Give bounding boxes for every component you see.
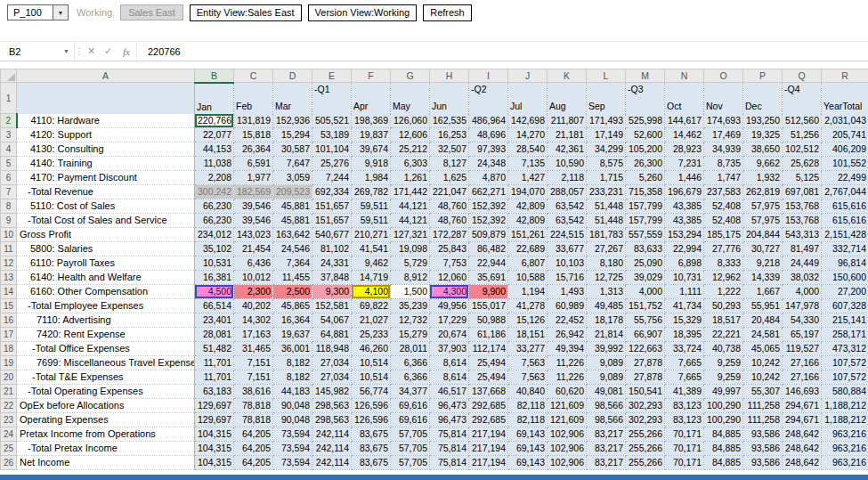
cell-N20[interactable]: 7,665 — [665, 370, 704, 384]
cell-P19[interactable]: 10,242 — [743, 355, 783, 370]
cell-O8[interactable]: 52,408 — [704, 199, 743, 213]
cell-N10[interactable]: 153,294 — [665, 227, 704, 241]
insert-function-icon[interactable]: fx — [117, 46, 136, 57]
cell-C19[interactable]: 7,151 — [234, 355, 273, 370]
cell-Q11[interactable]: 81,497 — [783, 241, 822, 256]
cell-N6[interactable]: 1,446 — [665, 170, 704, 184]
cell-B14[interactable]: 4,500 — [195, 284, 234, 298]
cell-B18[interactable]: 51,482 — [195, 341, 234, 355]
cell-R25[interactable]: 963,216 — [822, 441, 868, 455]
cell-I20[interactable]: 25,494 — [469, 370, 508, 384]
cell-E5[interactable]: 25,276 — [312, 156, 352, 170]
cell-F7[interactable]: 269,782 — [352, 184, 391, 199]
cell-Q24[interactable]: 248,642 — [783, 427, 822, 441]
cell-A25[interactable]: -Total Pretax Income — [17, 441, 195, 455]
cell-C4[interactable]: 26,364 — [234, 142, 273, 156]
cell-K1[interactable]: Aug — [548, 83, 587, 114]
cell-D18[interactable]: 36,001 — [273, 341, 312, 355]
cell-P23[interactable]: 111,258 — [743, 412, 783, 427]
row-header-23[interactable]: 23 — [1, 412, 17, 427]
cell-D8[interactable]: 45,881 — [273, 199, 312, 213]
cell-F6[interactable]: 1,984 — [352, 170, 391, 184]
cell-E7[interactable]: 692,334 — [312, 184, 352, 199]
cell-Q9[interactable]: 153,768 — [783, 213, 822, 227]
cell-Q23[interactable]: 294,671 — [783, 412, 822, 427]
cell-I7[interactable]: 662,271 — [469, 184, 508, 199]
cell-B23[interactable]: 129,697 — [195, 412, 234, 427]
cell-E20[interactable]: 27,034 — [312, 370, 352, 384]
cell-G26[interactable]: 57,705 — [391, 455, 430, 469]
cell-H10[interactable]: 172,287 — [430, 227, 469, 241]
cell-G21[interactable]: 34,377 — [391, 384, 430, 398]
cell-K20[interactable]: 11,226 — [548, 370, 587, 384]
cell-D6[interactable]: 3,059 — [273, 170, 312, 184]
cell-R24[interactable]: 963,216 — [822, 427, 868, 441]
cell-C22[interactable]: 78,818 — [234, 398, 273, 412]
cell-M3[interactable]: 52,600 — [626, 127, 665, 142]
cell-D12[interactable]: 7,364 — [273, 256, 312, 270]
cell-O5[interactable]: 8,735 — [704, 156, 743, 170]
cell-N12[interactable]: 6,898 — [665, 256, 704, 270]
cell-L17[interactable]: 21,814 — [587, 327, 626, 341]
cell-H7[interactable]: 221,047 — [430, 184, 469, 199]
cell-M2[interactable]: 525,998 — [626, 114, 665, 128]
cell-P15[interactable]: 55,951 — [743, 298, 783, 313]
cell-D23[interactable]: 90,048 — [273, 412, 312, 427]
column-header-C[interactable]: C — [234, 69, 273, 83]
cell-O10[interactable]: 185,175 — [704, 227, 743, 241]
cell-C16[interactable]: 14,302 — [234, 313, 273, 327]
row-header-8[interactable]: 8 — [1, 199, 17, 213]
cell-O6[interactable]: 1,747 — [704, 170, 743, 184]
cell-I21[interactable]: 137,668 — [469, 384, 508, 398]
cell-E26[interactable]: 242,114 — [312, 455, 352, 469]
cell-G5[interactable]: 6,303 — [391, 156, 430, 170]
cell-D16[interactable]: 16,364 — [273, 313, 312, 327]
cell-Q2[interactable]: 512,560 — [783, 114, 822, 128]
cell-L25[interactable]: 83,217 — [587, 441, 626, 455]
cell-J21[interactable]: 40,840 — [508, 384, 548, 398]
cell-J16[interactable]: 15,126 — [508, 313, 548, 327]
cell-L15[interactable]: 49,485 — [587, 298, 626, 313]
cell-N1[interactable]: Oct — [665, 83, 704, 114]
cell-A9[interactable]: -Total Cost of Sales and Service — [17, 213, 195, 227]
cell-F8[interactable]: 59,511 — [352, 199, 391, 213]
cell-G16[interactable]: 12,732 — [391, 313, 430, 327]
cell-C12[interactable]: 6,436 — [234, 256, 273, 270]
row-header-19[interactable]: 19 — [1, 355, 17, 370]
cell-I2[interactable]: 486,964 — [469, 114, 508, 128]
cell-H26[interactable]: 75,814 — [430, 455, 469, 469]
cell-N16[interactable]: 15,329 — [665, 313, 704, 327]
cell-D19[interactable]: 8,182 — [273, 355, 312, 370]
column-header-Q[interactable]: Q — [783, 69, 822, 83]
cell-F2[interactable]: 198,369 — [352, 114, 391, 128]
cell-H8[interactable]: 48,760 — [430, 199, 469, 213]
column-header-D[interactable]: D — [273, 69, 312, 83]
cell-D4[interactable]: 30,587 — [273, 142, 312, 156]
cell-Q8[interactable]: 153,768 — [783, 199, 822, 213]
cell-F18[interactable]: 46,260 — [352, 341, 391, 355]
cell-H6[interactable]: 1,625 — [430, 170, 469, 184]
cell-H15[interactable]: 49,956 — [430, 298, 469, 313]
row-header-17[interactable]: 17 — [1, 327, 17, 341]
cell-B19[interactable]: 11,701 — [195, 355, 234, 370]
row-header-6[interactable]: 6 — [1, 170, 17, 184]
cell-G24[interactable]: 57,705 — [391, 427, 430, 441]
cell-E17[interactable]: 64,881 — [312, 327, 352, 341]
cell-E3[interactable]: 53,189 — [312, 127, 352, 142]
cell-G3[interactable]: 12,606 — [391, 127, 430, 142]
cell-Q6[interactable]: 5,125 — [783, 170, 822, 184]
cell-I26[interactable]: 217,194 — [469, 455, 508, 469]
cell-M23[interactable]: 302,293 — [626, 412, 665, 427]
cell-K10[interactable]: 224,515 — [548, 227, 587, 241]
cell-E10[interactable]: 540,677 — [312, 227, 352, 241]
cell-G10[interactable]: 127,321 — [391, 227, 430, 241]
cell-J8[interactable]: 42,809 — [508, 199, 548, 213]
cell-H13[interactable]: 12,060 — [430, 270, 469, 284]
cell-N23[interactable]: 83,123 — [665, 412, 704, 427]
cell-H25[interactable]: 75,814 — [430, 441, 469, 455]
cell-H14[interactable]: 4,300 — [430, 284, 469, 298]
cell-H12[interactable]: 7,753 — [430, 256, 469, 270]
cell-F14[interactable]: 4,100 — [352, 284, 391, 298]
cell-R15[interactable]: 607,328 — [822, 298, 868, 313]
cell-C9[interactable]: 39,546 — [234, 213, 273, 227]
